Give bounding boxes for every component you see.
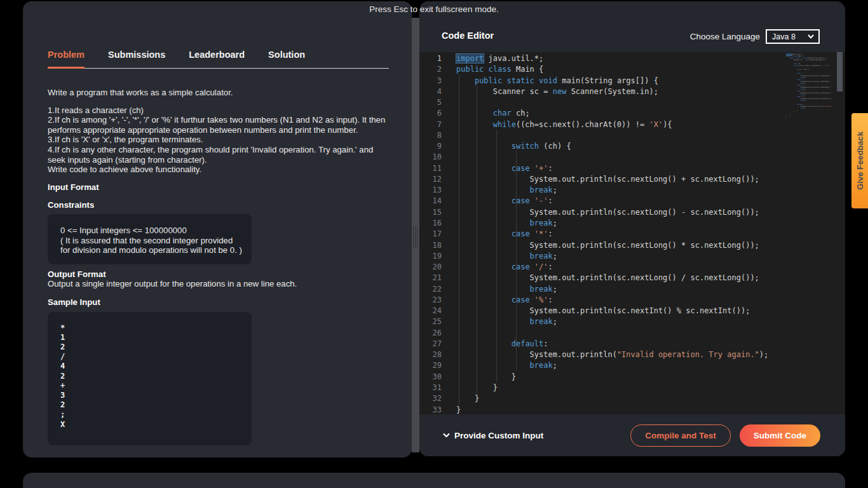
sample-input-line: / [60, 352, 245, 362]
language-select-value: Java 8 [772, 32, 796, 41]
line-number: 5 [419, 97, 442, 108]
editor-scrollbar-thumb[interactable] [837, 52, 843, 92]
panel-resize-divider[interactable] [412, 18, 419, 452]
editor-actions: Compile and Test Submit Code [630, 424, 820, 447]
tab-solution[interactable]: Solution [268, 50, 305, 60]
constraint-line: ( It is assured that the second integer … [60, 236, 245, 246]
line-number: 26 [419, 328, 442, 339]
line-numbers: 1234567891011121314151617181920212223242… [419, 53, 442, 416]
input-format-heading: Input Format [48, 182, 389, 193]
editor-footer: Provide Custom Input Compile and Test Su… [419, 414, 845, 456]
constraints-heading: Constraints [48, 200, 389, 210]
line-number: 15 [419, 207, 442, 218]
chevron-down-icon [443, 433, 450, 438]
problem-steps: 1.It reads a character (ch)2.If ch is am… [48, 105, 389, 165]
provide-custom-input-toggle[interactable]: Provide Custom Input [443, 431, 543, 440]
give-feedback-tab[interactable]: Give Feedback [851, 113, 868, 208]
line-number: 9 [419, 141, 442, 152]
constraints-box: 0 <= Input integers <= 100000000( It is … [48, 214, 252, 264]
line-number: 32 [419, 393, 442, 404]
line-number: 27 [419, 339, 442, 349]
line-number: 7 [419, 119, 442, 130]
line-number: 22 [419, 284, 442, 295]
sample-input-line: X [60, 420, 245, 430]
tab-submissions[interactable]: Submissions [108, 50, 165, 60]
problem-panel: ProblemSubmissionsLeaderboardSolution Wr… [23, 1, 412, 458]
sample-input-line: 4 [60, 362, 245, 371]
line-number: 1 [419, 53, 442, 64]
sample-input-line: 1 [60, 333, 245, 342]
line-number: 3 [419, 76, 442, 86]
line-number: 18 [419, 240, 442, 251]
sample-input-heading: Sample Input [48, 297, 389, 308]
compile-and-test-button[interactable]: Compile and Test [630, 424, 731, 447]
line-number: 12 [419, 174, 442, 185]
sample-input-box: *12/42+32;X [48, 312, 252, 445]
sample-input-line: + [60, 381, 245, 391]
problem-outro: Write code to achieve above functionalit… [48, 165, 389, 175]
code-editor-panel: Code Editor Choose Language Java 8 12345… [419, 1, 845, 456]
choose-language-label: Choose Language [690, 32, 760, 41]
constraint-line: for division and modulo operations will … [60, 245, 245, 255]
code-content[interactable]: import java.util.*;public class Main { p… [456, 53, 768, 416]
output-format-heading: Output Format [48, 269, 389, 280]
bottom-panel [23, 473, 845, 488]
line-number: 28 [419, 349, 442, 360]
line-number: 23 [419, 295, 442, 306]
constraint-line: 0 <= Input integers <= 100000000 [60, 226, 245, 236]
problem-step: 1.It reads a character (ch) [48, 105, 389, 116]
sample-input-line: ; [60, 410, 245, 419]
problem-tabs: ProblemSubmissionsLeaderboardSolution [48, 50, 389, 69]
line-number: 24 [419, 306, 442, 316]
line-number: 2 [419, 64, 442, 75]
provide-custom-input-label: Provide Custom Input [454, 431, 543, 440]
language-select[interactable]: Java 8 [766, 29, 820, 44]
output-format-text: Output a single integer output for the o… [48, 279, 389, 289]
line-number: 21 [419, 273, 442, 283]
line-number: 25 [419, 316, 442, 327]
problem-step: 3.If ch is 'X' or 'x', the program termi… [48, 135, 389, 145]
tab-problem[interactable]: Problem [48, 50, 85, 60]
line-number: 13 [419, 185, 442, 196]
sample-input-line: 2 [60, 372, 245, 381]
fullscreen-hint: Press Esc to exit fullscreen mode. [0, 4, 868, 14]
give-feedback-label: Give Feedback [855, 132, 865, 190]
sample-input-line: 2 [60, 400, 245, 410]
line-number: 19 [419, 251, 442, 262]
sample-input-line: 3 [60, 391, 245, 400]
divider-grip-icon [413, 226, 418, 248]
problem-step: 4.If ch is any other character, the prog… [48, 145, 389, 165]
line-number: 14 [419, 196, 442, 207]
code-editor-area[interactable]: 1234567891011121314151617181920212223242… [419, 52, 845, 414]
sample-input-line: 2 [60, 342, 245, 352]
chevron-down-icon [808, 34, 814, 39]
line-number: 30 [419, 372, 442, 383]
line-number: 4 [419, 86, 442, 97]
line-number: 20 [419, 262, 442, 273]
line-number: 29 [419, 360, 442, 371]
tab-leaderboard[interactable]: Leaderboard [189, 50, 245, 60]
line-number: 17 [419, 229, 442, 240]
sample-input-line: * [60, 323, 245, 333]
line-number: 16 [419, 218, 442, 229]
line-number: 8 [419, 130, 442, 141]
problem-description: Write a program that works as a simple c… [48, 88, 389, 445]
line-number: 31 [419, 383, 442, 393]
minimap[interactable]: import java.util.*;public class Main { p… [786, 53, 832, 118]
line-number: 6 [419, 108, 442, 119]
language-chooser: Choose Language Java 8 [690, 29, 820, 44]
line-number: 10 [419, 152, 442, 163]
code-editor-title: Code Editor [442, 30, 494, 41]
line-number: 11 [419, 163, 442, 174]
submit-code-button[interactable]: Submit Code [740, 424, 820, 447]
problem-step: 2.If ch is among '+', '-', '*', '/' or '… [48, 115, 389, 135]
problem-intro: Write a program that works as a simple c… [48, 88, 389, 98]
